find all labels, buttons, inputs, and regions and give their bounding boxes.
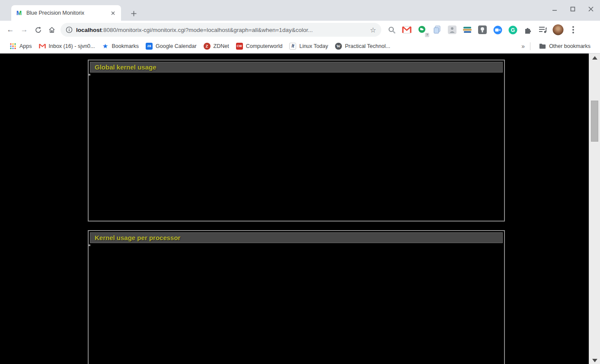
- svg-text:G: G: [511, 27, 514, 33]
- browser-menu-icon[interactable]: [567, 23, 580, 36]
- processor-1-graph[interactable]: 100908070605040302010018:0000:0006:0012:…: [89, 244, 90, 246]
- reload-button[interactable]: [31, 23, 45, 37]
- window-minimize-button[interactable]: [549, 3, 560, 15]
- page-info-icon[interactable]: [66, 26, 73, 33]
- wordpress-icon: W: [335, 43, 342, 50]
- browser-toolbar: ← → localhost:8080/monitorix-cgi/monitor…: [0, 21, 600, 39]
- svg-text:M: M: [16, 9, 22, 16]
- bookmarks-overflow-chevron[interactable]: »: [521, 43, 525, 50]
- person-extension-icon[interactable]: [446, 23, 459, 36]
- browser-tab[interactable]: M Blue Precision Monitorix: [11, 5, 121, 21]
- search-extension-icon[interactable]: [385, 23, 398, 36]
- scrollbar-up-arrow-icon[interactable]: [592, 56, 597, 60]
- tab-strip: M Blue Precision Monitorix: [0, 0, 600, 21]
- tab-close-icon[interactable]: [109, 9, 117, 17]
- bookmark-inbox[interactable]: Inbox (16) - sjvn0...: [35, 41, 99, 51]
- vfs-usage-graph[interactable]: 10050018:0000:0006:0012:00 VFS usage (1d…: [89, 74, 90, 76]
- processor-1-plot[interactable]: 100908070605040302010018:0000:0006:0012:…: [89, 245, 90, 246]
- voice-badge: ?: [425, 33, 429, 37]
- star-icon: ★: [102, 43, 109, 50]
- profile-avatar[interactable]: [552, 23, 565, 36]
- playlist-extension-icon[interactable]: [536, 23, 549, 36]
- bookmark-practical-technology[interactable]: W Practical Technol...: [332, 41, 394, 51]
- section-kernel-usage-per-processor: Kernel usage per processor 1009080706050…: [88, 230, 505, 364]
- copy-pages-extension-icon[interactable]: [431, 23, 444, 36]
- vfs-usage-plot[interactable]: 10050018:0000:0006:0012:00: [89, 75, 90, 76]
- tab-title: Blue Precision Monitorix: [26, 10, 109, 16]
- linux-today-icon: lt: [289, 43, 296, 50]
- bookmark-star-icon[interactable]: ☆: [370, 26, 376, 34]
- window-close-button[interactable]: [585, 3, 597, 15]
- scrollbar-down-arrow-icon[interactable]: [592, 359, 597, 362]
- other-bookmarks-folder[interactable]: Other bookmarks: [536, 41, 594, 51]
- lamp-extension-icon[interactable]: [476, 23, 489, 36]
- zoom-camera-extension-icon[interactable]: [491, 23, 504, 36]
- bookmark-computerworld[interactable]: CW Computerworld: [233, 41, 286, 51]
- grammarly-extension-icon[interactable]: G: [506, 23, 519, 36]
- calendar-icon: 28: [146, 43, 153, 50]
- monitorix-page: Global kernel usage 10090807060504030201…: [0, 54, 589, 364]
- apps-grid-icon: [10, 43, 16, 50]
- new-tab-button[interactable]: [128, 8, 139, 19]
- bookmark-google-calendar[interactable]: 28 Google Calendar: [142, 41, 200, 51]
- home-button[interactable]: [45, 23, 59, 37]
- books-extension-icon[interactable]: [461, 23, 474, 36]
- bookmark-linux-today[interactable]: lt Linux Today: [286, 41, 332, 51]
- page-scrollbar[interactable]: [589, 54, 600, 364]
- computerworld-icon: CW: [236, 43, 243, 50]
- folder-icon: [539, 43, 546, 50]
- window-maximize-button[interactable]: [567, 3, 578, 15]
- monitorix-favicon-icon: M: [16, 9, 22, 16]
- divider: [530, 42, 530, 50]
- extensions-puzzle-icon[interactable]: [521, 23, 534, 36]
- bookmark-zdnet[interactable]: Z ZDNet: [200, 41, 233, 51]
- forward-button[interactable]: →: [17, 23, 31, 37]
- section-title: Global kernel usage: [90, 62, 503, 73]
- url-text: localhost:8080/monitorix-cgi/monitorix.c…: [76, 27, 367, 33]
- section-global-kernel-usage: Global kernel usage 10090807060504030201…: [88, 60, 505, 222]
- bookmark-bookmarks[interactable]: ★ Bookmarks: [99, 41, 143, 51]
- address-bar[interactable]: localhost:8080/monitorix-cgi/monitorix.c…: [61, 23, 381, 37]
- zdnet-icon: Z: [204, 43, 211, 50]
- back-button[interactable]: ←: [3, 23, 17, 37]
- apps-shortcut[interactable]: Apps: [6, 41, 35, 51]
- google-voice-extension-icon[interactable]: ?: [415, 23, 428, 36]
- section-title: Kernel usage per processor: [90, 232, 503, 243]
- bookmarks-bar: Apps Inbox (16) - sjvn0... ★ Bookmarks 2…: [0, 39, 600, 54]
- gmail-extension-icon[interactable]: [400, 23, 413, 36]
- scrollbar-thumb[interactable]: [591, 101, 598, 142]
- gmail-icon: [39, 43, 46, 50]
